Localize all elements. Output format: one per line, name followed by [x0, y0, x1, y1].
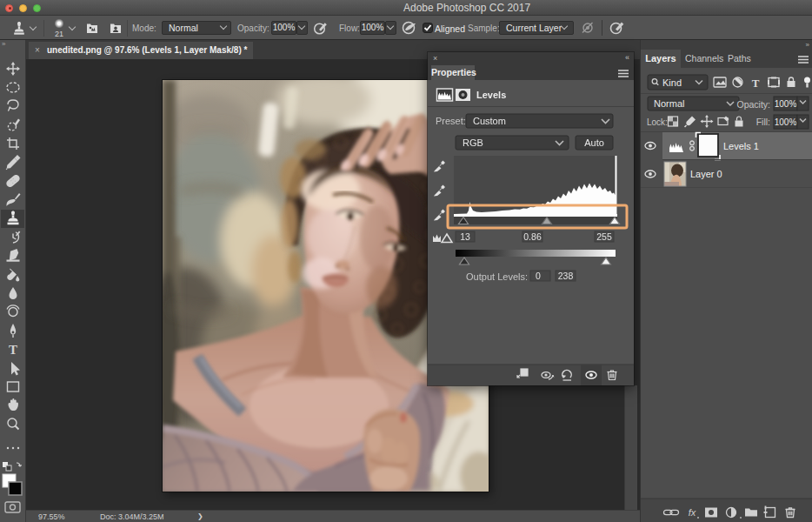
svg-text:Fill:: Fill: — [756, 117, 770, 127]
svg-text:Kind: Kind — [662, 77, 682, 88]
svg-text:fx: fx — [689, 507, 696, 518]
svg-text:100%: 100% — [775, 117, 797, 127]
svg-text:Levels: Levels — [476, 90, 506, 100]
svg-text:T: T — [9, 343, 17, 357]
svg-text:0.86: 0.86 — [523, 231, 542, 242]
svg-text:T: T — [752, 77, 760, 90]
svg-text:Custom: Custom — [473, 116, 506, 126]
svg-text:0: 0 — [536, 271, 541, 281]
svg-text:Normal: Normal — [654, 98, 684, 109]
svg-text:Layer 0: Layer 0 — [690, 169, 722, 179]
svg-text:Opacity:: Opacity: — [736, 99, 770, 110]
svg-text:RGB: RGB — [463, 137, 483, 148]
svg-text:238: 238 — [558, 271, 574, 281]
svg-text:Auto: Auto — [584, 137, 604, 148]
svg-text:13: 13 — [460, 231, 470, 242]
svg-text:255: 255 — [596, 231, 612, 242]
svg-text:Output Levels:: Output Levels: — [466, 271, 528, 282]
svg-text:100%: 100% — [775, 99, 797, 109]
svg-text:Preset:: Preset: — [436, 116, 466, 126]
svg-text:Levels 1: Levels 1 — [723, 141, 759, 151]
svg-text:Lock:: Lock: — [647, 117, 668, 127]
